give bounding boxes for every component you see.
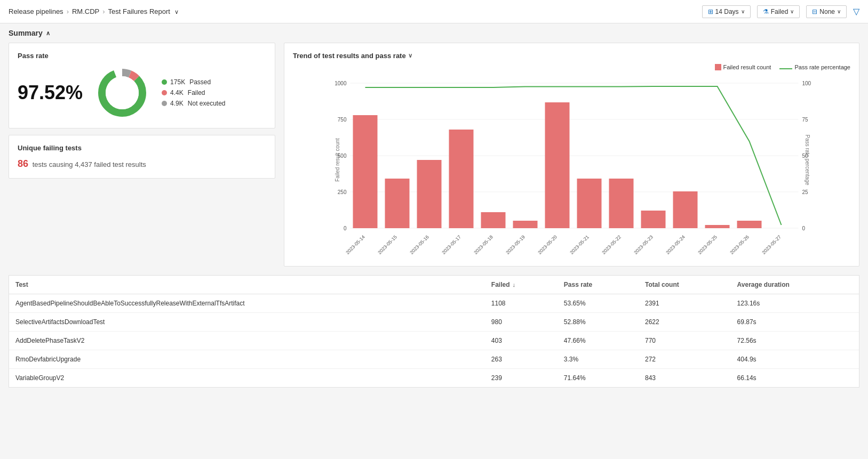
test-name: AgentBasedPipelineShouldBeAbleToSuccessf… bbox=[9, 294, 485, 313]
breadcrumb: Release pipelines › RM.CDP › Test Failur… bbox=[9, 7, 179, 15]
legend-not-executed: 4.9K Not executed bbox=[162, 100, 225, 107]
bar-8 bbox=[609, 179, 634, 228]
breadcrumb-item-0[interactable]: Release pipelines bbox=[9, 7, 63, 15]
failed-count: 403 bbox=[485, 332, 558, 350]
table-row[interactable]: VariableGroupV2 239 71.64% 843 66.14s bbox=[9, 369, 859, 388]
chart-legend: Failed result count Pass rate percentage bbox=[293, 64, 850, 70]
svg-text:750: 750 bbox=[338, 117, 347, 123]
th-test: Test bbox=[9, 276, 485, 294]
svg-point-3 bbox=[106, 76, 139, 109]
table-row[interactable]: SelectiveArtifactsDownloadTest 980 52.88… bbox=[9, 313, 859, 332]
chevron-down-icon: ∨ bbox=[837, 9, 841, 14]
bar-3 bbox=[449, 130, 474, 228]
total-count: 272 bbox=[639, 350, 731, 369]
svg-text:2023-05-16: 2023-05-16 bbox=[409, 234, 430, 255]
th-total-count: Total count bbox=[639, 276, 731, 294]
flask-icon: ⚗ bbox=[763, 8, 769, 15]
th-failed[interactable]: Failed ↓ bbox=[485, 276, 558, 294]
svg-text:75: 75 bbox=[802, 117, 809, 123]
avg-duration: 72.56s bbox=[731, 332, 859, 350]
breadcrumb-item-1[interactable]: RM.CDP bbox=[72, 7, 99, 15]
avg-duration: 123.16s bbox=[731, 294, 859, 313]
failed-count: 4.4K bbox=[170, 89, 184, 96]
status-filter-button[interactable]: ⚗ Failed ∨ bbox=[757, 5, 800, 18]
total-count: 843 bbox=[639, 369, 731, 388]
svg-text:250: 250 bbox=[338, 189, 347, 195]
filter-icon[interactable]: ▽ bbox=[853, 6, 859, 17]
passed-dot bbox=[162, 79, 167, 85]
th-avg-duration: Average duration bbox=[731, 276, 859, 294]
svg-text:2023-05-26: 2023-05-26 bbox=[729, 234, 750, 255]
failed-count: 263 bbox=[485, 350, 558, 369]
table-row[interactable]: AddDeletePhaseTaskV2 403 47.66% 770 72.5… bbox=[9, 332, 859, 350]
pass-rate-legend-label: Pass rate percentage bbox=[794, 64, 850, 70]
failed-count: 239 bbox=[485, 369, 558, 388]
chevron-down-icon: ∨ bbox=[174, 9, 179, 15]
passed-label: Passed bbox=[189, 78, 211, 86]
total-count: 770 bbox=[639, 332, 731, 350]
cards-row: Pass rate 97.52% bbox=[0, 43, 868, 275]
summary-section-header[interactable]: Summary ∧ bbox=[0, 23, 868, 43]
bar-1 bbox=[385, 179, 410, 228]
table-row[interactable]: AgentBasedPipelineShouldBeAbleToSuccessf… bbox=[9, 294, 859, 313]
avg-duration: 404.9s bbox=[731, 350, 859, 369]
unique-content: 86 tests causing 4,437 failed test resul… bbox=[18, 158, 266, 170]
test-name: RmoDevfabricUpgrade bbox=[9, 350, 485, 369]
svg-text:2023-05-23: 2023-05-23 bbox=[633, 234, 654, 255]
total-count: 2391 bbox=[639, 294, 731, 313]
not-executed-dot bbox=[162, 101, 167, 106]
svg-text:2023-05-24: 2023-05-24 bbox=[665, 234, 686, 255]
breadcrumb-item-2[interactable]: Test Failures Report ∨ bbox=[108, 7, 179, 15]
unique-title: Unique failing tests bbox=[18, 144, 266, 152]
legend-pass-rate: Pass rate percentage bbox=[779, 64, 850, 70]
group-filter-button[interactable]: ⊟ None ∨ bbox=[806, 5, 847, 18]
summary-title: Summary bbox=[9, 29, 43, 37]
chart-title-chevron[interactable]: ∨ bbox=[408, 52, 412, 59]
table-section: Test Failed ↓ Pass rate Total count bbox=[0, 275, 868, 388]
bar-0 bbox=[353, 115, 378, 228]
svg-text:2023-05-20: 2023-05-20 bbox=[537, 234, 558, 255]
pass-rate: 52.88% bbox=[558, 313, 639, 332]
days-filter-label: 14 Days bbox=[715, 8, 739, 15]
unique-text: tests causing 4,437 failed test results bbox=[33, 160, 146, 168]
left-cards: Pass rate 97.52% bbox=[9, 43, 275, 267]
calendar-icon: ⊞ bbox=[708, 8, 713, 15]
donut-chart bbox=[95, 66, 149, 119]
failed-label: Failed bbox=[188, 89, 205, 96]
bar-9 bbox=[641, 211, 666, 228]
svg-text:2023-05-17: 2023-05-17 bbox=[441, 234, 462, 255]
bar-2 bbox=[417, 160, 442, 228]
bar-5 bbox=[513, 221, 538, 228]
chart-legend: 175K Passed 4.4K Failed 4.9K Not execute… bbox=[162, 78, 225, 107]
breadcrumb-sep-0: › bbox=[67, 7, 69, 15]
pass-rate-swatch bbox=[779, 68, 792, 69]
grid-icon: ⊟ bbox=[812, 8, 817, 15]
pass-rate: 47.66% bbox=[558, 332, 639, 350]
chevron-down-icon: ∨ bbox=[790, 9, 794, 14]
svg-text:2023-05-27: 2023-05-27 bbox=[761, 234, 782, 255]
test-name: VariableGroupV2 bbox=[9, 369, 485, 388]
table-wrapper: Test Failed ↓ Pass rate Total count bbox=[9, 275, 859, 388]
trend-chart-card: Trend of test results and pass rate ∨ Fa… bbox=[284, 43, 859, 267]
days-filter-button[interactable]: ⊞ 14 Days ∨ bbox=[702, 5, 751, 18]
failed-count: 980 bbox=[485, 313, 558, 332]
svg-text:2023-05-22: 2023-05-22 bbox=[601, 234, 622, 255]
sort-icon: ↓ bbox=[513, 281, 516, 288]
svg-text:2023-05-15: 2023-05-15 bbox=[377, 234, 398, 255]
bar-7 bbox=[577, 179, 602, 228]
pass-rate-title: Pass rate bbox=[18, 52, 266, 60]
table-row[interactable]: RmoDevfabricUpgrade 263 3.3% 272 404.9s bbox=[9, 350, 859, 369]
failed-count-swatch bbox=[715, 64, 721, 70]
avg-duration: 69.87s bbox=[731, 313, 859, 332]
unique-count: 86 bbox=[18, 158, 28, 169]
svg-text:2023-05-25: 2023-05-25 bbox=[697, 234, 718, 255]
bar-12 bbox=[737, 221, 762, 228]
pass-rate-value: 97.52% bbox=[18, 82, 83, 104]
breadcrumb-sep-1: › bbox=[102, 7, 105, 15]
svg-text:2023-05-18: 2023-05-18 bbox=[473, 234, 494, 255]
bar-4 bbox=[481, 212, 506, 228]
bar-6 bbox=[545, 102, 570, 228]
pass-rate: 3.3% bbox=[558, 350, 639, 369]
chevron-down-icon: ∨ bbox=[741, 9, 745, 14]
legend-passed: 175K Passed bbox=[162, 78, 225, 86]
